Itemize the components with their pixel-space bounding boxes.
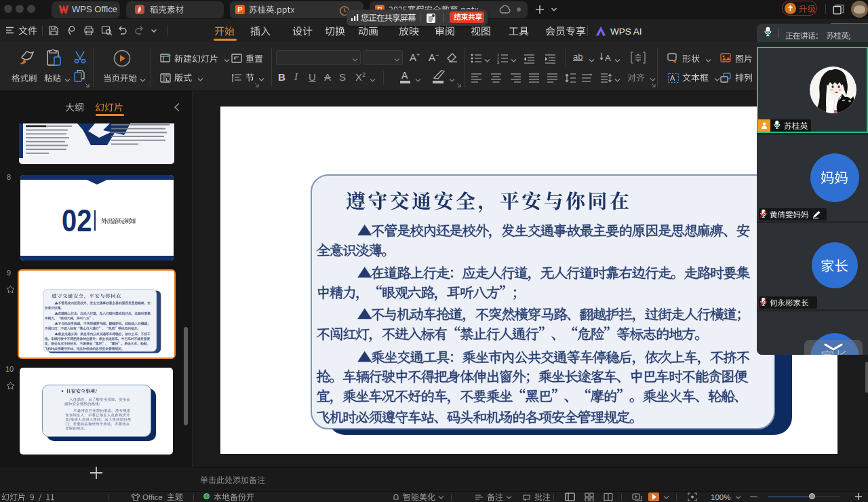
svg-text:A: A: [670, 74, 675, 82]
svg-text:A: A: [605, 53, 611, 63]
svg-text:3: 3: [497, 60, 499, 64]
